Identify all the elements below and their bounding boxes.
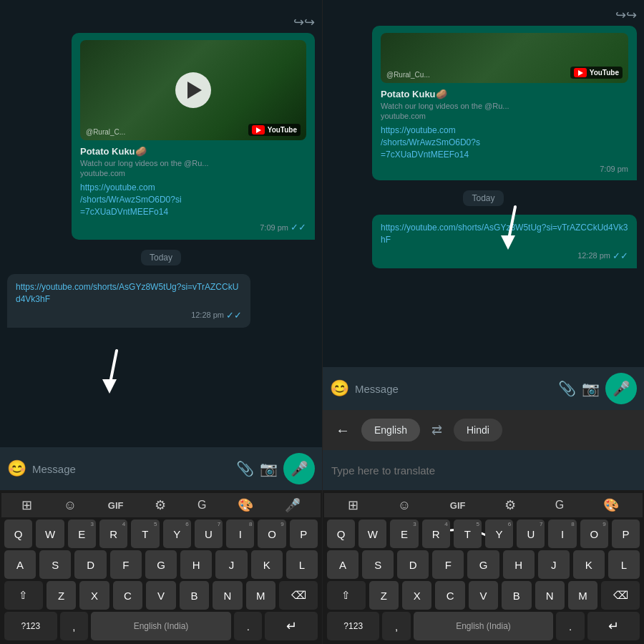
key-i[interactable]: I8 — [226, 519, 254, 548]
key-m-r[interactable]: M — [568, 581, 597, 610]
key-t[interactable]: T5 — [131, 519, 159, 548]
kb-gif-right-label[interactable]: GIF — [446, 499, 470, 512]
key-g-r[interactable]: G — [467, 550, 499, 579]
attach-button-left[interactable]: 📎 — [236, 460, 254, 477]
key-e[interactable]: E3 — [68, 519, 96, 548]
kb-mic-icon[interactable]: 🎤 — [280, 496, 305, 514]
key-k-r[interactable]: K — [573, 550, 605, 579]
key-a-r[interactable]: A — [327, 550, 358, 579]
camera-button-left[interactable]: 📷 — [260, 460, 278, 477]
arrow-indicator-right — [494, 203, 537, 256]
emoji-button-right[interactable]: 😊 — [330, 379, 349, 398]
key-e-r[interactable]: E3 — [390, 519, 418, 548]
video-link[interactable]: https://youtube.com/shorts/WrAwzSmO6D0?s… — [80, 182, 306, 218]
kb-settings-right-icon[interactable]: ⚙ — [500, 496, 520, 514]
key-enter[interactable]: ↵ — [265, 612, 318, 640]
key-period[interactable]: . — [234, 612, 262, 640]
key-x[interactable]: X — [79, 581, 109, 610]
key-v-r[interactable]: V — [469, 581, 498, 610]
key-j-r[interactable]: J — [538, 550, 570, 579]
key-q-r[interactable]: Q — [327, 519, 355, 548]
kb-translate-icon[interactable]: G — [193, 497, 210, 513]
key-q[interactable]: Q — [4, 519, 32, 548]
key-comma-r[interactable]: , — [382, 612, 410, 640]
key-a[interactable]: A — [4, 550, 36, 579]
play-button[interactable] — [175, 72, 211, 108]
key-m[interactable]: M — [246, 581, 275, 610]
message-input-left[interactable] — [32, 463, 230, 475]
key-f[interactable]: F — [110, 550, 142, 579]
kb-settings-icon[interactable]: ⚙ — [150, 496, 170, 514]
key-v[interactable]: V — [146, 581, 175, 610]
key-123-r[interactable]: ?123 — [327, 612, 379, 640]
key-h-r[interactable]: H — [503, 550, 535, 579]
message-input-right[interactable] — [355, 383, 552, 395]
key-o-r[interactable]: O9 — [580, 519, 608, 548]
kb-theme-right-icon[interactable]: 🎨 — [599, 496, 623, 514]
back-button[interactable]: ← — [330, 419, 356, 441]
camera-button-right[interactable]: 📷 — [582, 380, 600, 397]
key-comma[interactable]: , — [60, 612, 88, 640]
key-o[interactable]: O9 — [258, 519, 286, 548]
kb-gif-label[interactable]: GIF — [104, 499, 128, 512]
incoming-link[interactable]: https://youtube.com/shorts/AsGYz8W5tUg?s… — [16, 281, 242, 306]
english-lang-button[interactable]: English — [361, 419, 420, 441]
key-r[interactable]: R4 — [99, 519, 127, 548]
key-n-r[interactable]: N — [535, 581, 565, 610]
emoji-button[interactable]: 😊 — [7, 459, 26, 478]
key-l[interactable]: L — [286, 550, 318, 579]
key-z-r[interactable]: Z — [369, 581, 399, 610]
swap-language-button[interactable]: ⇄ — [426, 419, 448, 441]
key-123[interactable]: ?123 — [4, 612, 57, 640]
key-space-r[interactable]: English (India) — [414, 612, 554, 640]
key-h[interactable]: H — [180, 550, 212, 579]
key-k[interactable]: K — [251, 550, 283, 579]
key-d-r[interactable]: D — [397, 550, 429, 579]
key-w[interactable]: W — [36, 519, 64, 548]
kb-theme-icon[interactable]: 🎨 — [233, 496, 258, 514]
key-w-r[interactable]: W — [358, 519, 386, 548]
mic-button-left[interactable]: 🎤 — [283, 453, 315, 484]
kb-emoji-right-icon[interactable]: ☺ — [394, 497, 415, 514]
key-y-r[interactable]: Y6 — [485, 519, 513, 548]
attach-button-right[interactable]: 📎 — [558, 380, 576, 397]
hindi-lang-button[interactable]: Hindi — [454, 419, 502, 441]
key-b[interactable]: B — [180, 581, 209, 610]
key-s-r[interactable]: S — [362, 550, 394, 579]
key-shift-r[interactable]: ⇧ — [327, 581, 366, 610]
key-d[interactable]: D — [74, 550, 106, 579]
key-space[interactable]: English (India) — [91, 612, 231, 640]
key-backspace-r[interactable]: ⌫ — [601, 581, 640, 610]
kb-grid-right-icon[interactable]: ⊞ — [343, 496, 363, 514]
kb-grid-icon[interactable]: ⊞ — [17, 496, 36, 514]
key-x-r[interactable]: X — [402, 581, 431, 610]
key-b-r[interactable]: B — [502, 581, 531, 610]
key-j[interactable]: J — [215, 550, 247, 579]
key-f-r[interactable]: F — [432, 550, 464, 579]
key-t-r[interactable]: T5 — [454, 519, 482, 548]
mic-button-right[interactable]: 🎤 — [605, 373, 637, 404]
key-y[interactable]: Y6 — [163, 519, 191, 548]
key-enter-r[interactable]: ↵ — [587, 612, 640, 640]
key-z[interactable]: Z — [47, 581, 76, 610]
key-i-r[interactable]: I8 — [548, 519, 576, 548]
key-g[interactable]: G — [145, 550, 177, 579]
kb-emoji-icon[interactable]: ☺ — [59, 497, 81, 514]
key-c-r[interactable]: C — [435, 581, 464, 610]
key-r-r[interactable]: R4 — [422, 519, 450, 548]
key-s[interactable]: S — [39, 550, 71, 579]
key-c[interactable]: C — [113, 581, 142, 610]
key-n[interactable]: N — [213, 581, 242, 610]
key-l-r[interactable]: L — [608, 550, 640, 579]
svg-marker-3 — [501, 235, 515, 250]
translate-input[interactable] — [331, 464, 635, 477]
key-u-r[interactable]: U7 — [517, 519, 545, 548]
kb-translate-right-icon[interactable]: G — [551, 497, 568, 513]
key-backspace[interactable]: ⌫ — [279, 581, 318, 610]
key-p[interactable]: P — [290, 519, 318, 548]
key-period-r[interactable]: . — [556, 612, 584, 640]
key-u[interactable]: U7 — [195, 519, 223, 548]
key-p-r[interactable]: P — [612, 519, 640, 548]
video-link-right[interactable]: https://youtube.com/shorts/WrAwzSmO6D0?s… — [381, 125, 628, 160]
key-shift[interactable]: ⇧ — [4, 581, 43, 610]
